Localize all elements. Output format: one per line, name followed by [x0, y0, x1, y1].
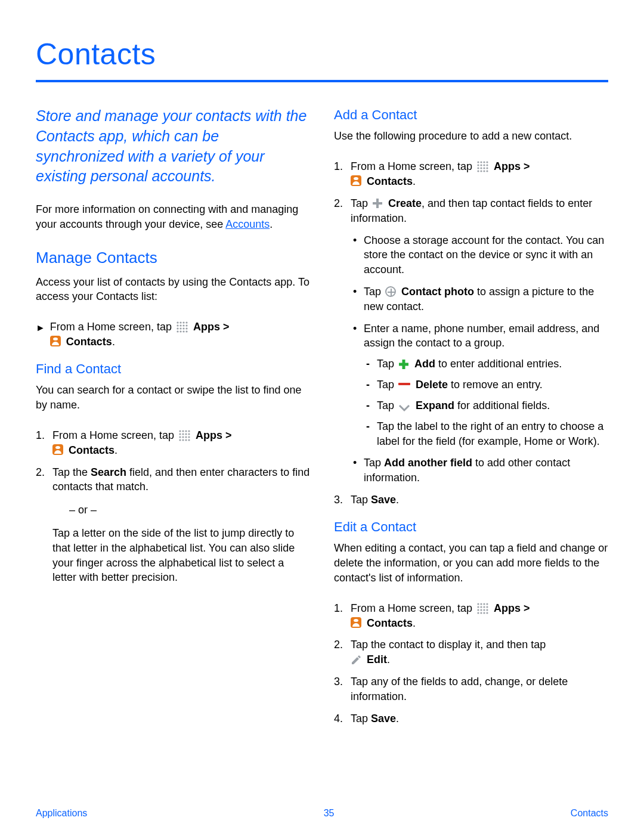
svg-point-27	[188, 436, 190, 438]
text: Tap	[351, 494, 371, 506]
svg-point-61	[480, 609, 482, 611]
save-label: Save	[371, 713, 396, 724]
svg-point-58	[483, 606, 485, 608]
period: .	[112, 336, 115, 348]
text: Tap	[377, 358, 397, 370]
svg-point-46	[483, 171, 485, 172]
svg-point-43	[486, 168, 488, 169]
list-item: Tap Save.	[334, 493, 608, 507]
period: .	[387, 654, 390, 665]
list-item: Tap the label to the right of an entry t…	[364, 419, 608, 449]
period: .	[413, 175, 416, 187]
accounts-link[interactable]: Accounts	[225, 218, 270, 230]
svg-point-52	[477, 603, 479, 605]
svg-point-15	[185, 331, 187, 333]
period: .	[396, 713, 399, 724]
svg-point-6	[182, 325, 184, 327]
svg-point-23	[188, 433, 190, 435]
edit-label: Edit	[367, 654, 387, 665]
footer-left: Applications	[36, 808, 87, 819]
svg-point-7	[185, 325, 187, 327]
svg-point-60	[477, 609, 479, 611]
list-item: Tap Save.	[334, 711, 608, 726]
svg-point-57	[480, 606, 482, 608]
search-label: Search	[91, 466, 126, 478]
svg-point-22	[185, 433, 187, 435]
text: Tap	[364, 457, 384, 469]
svg-point-42	[483, 168, 485, 169]
svg-point-31	[188, 439, 190, 441]
contacts-app-icon	[351, 175, 361, 186]
gt: >	[222, 429, 232, 441]
from-home-text: From a Home screen, tap	[351, 160, 475, 172]
period: .	[413, 617, 416, 629]
footer-right: Contacts	[571, 808, 608, 819]
contacts-app-icon	[351, 617, 361, 628]
text: for additional fields.	[454, 400, 550, 411]
add-dash-list: Tap Add to enter additional entries. Tap…	[364, 357, 608, 448]
text: Tap	[377, 400, 397, 411]
apps-grid-icon	[178, 429, 190, 441]
add-label: Add	[414, 358, 435, 370]
manage-contacts-heading: Manage Contacts	[36, 247, 310, 269]
right-column: Add a Contact Use the following procedur…	[334, 106, 608, 733]
page-footer: Applications 35 Contacts	[0, 808, 644, 819]
svg-point-9	[179, 328, 181, 330]
period: .	[396, 494, 399, 506]
svg-point-18	[185, 431, 187, 432]
svg-point-34	[483, 162, 485, 163]
apps-label: Apps	[196, 429, 222, 441]
svg-point-30	[185, 439, 187, 441]
gt: >	[521, 160, 530, 172]
svg-point-8	[177, 328, 178, 330]
manage-desc: Access your list of contacts by using th…	[36, 275, 310, 305]
svg-point-38	[483, 165, 485, 166]
svg-point-28	[179, 439, 181, 441]
svg-point-53	[480, 603, 482, 605]
svg-point-4	[177, 325, 178, 327]
svg-point-37	[480, 165, 482, 166]
apps-label: Apps	[494, 160, 521, 172]
svg-point-19	[188, 431, 190, 432]
add-sub-bullets: Choose a storage account for the contact…	[351, 233, 608, 486]
add-contact-heading: Add a Contact	[334, 106, 608, 124]
svg-point-56	[477, 606, 479, 608]
title-rule	[36, 80, 608, 82]
svg-point-11	[185, 328, 187, 330]
svg-point-0	[177, 322, 178, 324]
list-item: Tap the contact to display it, and then …	[334, 637, 608, 667]
list-item: Tap Add another field to add other conta…	[351, 456, 608, 485]
delete-label: Delete	[416, 379, 448, 391]
apps-grid-icon	[476, 602, 488, 614]
add-steps: From a Home screen, tap Apps > Contacts.…	[334, 159, 608, 507]
contacts-label: Contacts	[66, 336, 112, 348]
svg-point-39	[486, 165, 488, 166]
plus-circle-icon	[385, 286, 396, 297]
find-desc: You can search for a contact or swipe th…	[36, 383, 310, 413]
text: Tap the	[52, 466, 91, 478]
svg-point-5	[179, 325, 181, 327]
edit-contact-heading: Edit a Contact	[334, 518, 608, 536]
list-item: Tap any of the fields to add, change, or…	[334, 674, 608, 704]
text: Tap the contact to display it, and then …	[351, 639, 546, 651]
contacts-app-icon	[50, 336, 61, 346]
text: , and then tap contact fields to enter i…	[351, 197, 592, 224]
text: to remove an entry.	[448, 379, 543, 391]
apps-grid-icon	[476, 160, 488, 172]
svg-point-59	[486, 606, 488, 608]
list-item: From a Home screen, tap Apps > Contacts.	[36, 428, 310, 458]
svg-point-29	[182, 439, 184, 441]
add-desc: Use the following procedure to add a new…	[334, 129, 608, 144]
alt-text: Tap a letter on the side of the list to …	[52, 526, 310, 585]
svg-point-14	[182, 331, 184, 333]
text: Tap	[364, 286, 384, 298]
play-icon: ►	[36, 321, 45, 335]
find-contact-heading: Find a Contact	[36, 360, 310, 378]
list-item: From a Home screen, tap Apps > Contacts.	[334, 601, 608, 631]
contacts-label: Contacts	[367, 617, 413, 629]
contacts-label: Contacts	[367, 175, 413, 187]
pencil-icon	[351, 655, 361, 665]
svg-point-25	[182, 436, 184, 438]
text: Enter a name, phone number, email addres…	[364, 323, 599, 349]
list-item: Tap the Search field, and then enter cha…	[36, 465, 310, 586]
